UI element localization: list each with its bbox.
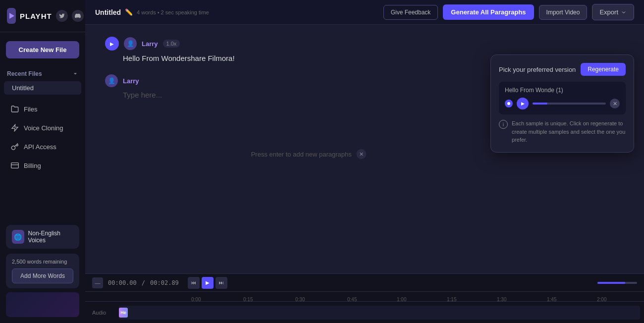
version-progress-1[interactable] [533, 103, 606, 105]
avatar-2: 👤 [105, 74, 118, 87]
ruler-0-30: 0:30 [295, 297, 305, 302]
editor-area: ▶ 👤 Larry 1.0x Hello From Wondershare Fi… [85, 25, 644, 273]
svg-marker-1 [12, 124, 18, 131]
logo-text: PLAYHT [20, 12, 52, 20]
sidebar-item-files[interactable]: Files [4, 100, 81, 118]
ruler-0-45: 0:45 [347, 297, 357, 302]
volume-fill [597, 282, 625, 284]
top-bar-left: Untitled ✏️ 4 words • 2 sec speaking tim… [95, 8, 209, 16]
give-feedback-button[interactable]: Give Feedback [383, 5, 438, 20]
file-meta: 4 words • 2 sec speaking time [137, 9, 209, 15]
mute-button[interactable]: — [92, 277, 103, 288]
timeline-time-separator: / [142, 279, 145, 286]
words-remaining-text: 2,500 words remaining [12, 259, 73, 265]
timeline-area: — 00:00.00 / 00:02.89 ⏮ ▶ ⏭ 0:00 0:15 0:… [85, 273, 644, 323]
press-enter-text: Press enter to add new paragraphs [251, 151, 352, 158]
track-audio-label: Audio [85, 310, 115, 316]
logo-icon [7, 8, 16, 24]
timeline-time-total: 00:02.89 [150, 279, 179, 286]
api-access-label: API Access [24, 143, 56, 151]
edit-icon[interactable]: ✏️ [125, 8, 133, 16]
volume-bar[interactable] [597, 282, 637, 284]
export-label: Export [599, 8, 618, 16]
skip-back-button[interactable]: ⏮ [188, 277, 200, 289]
ruler-1-30: 1:30 [497, 297, 506, 302]
recent-files-label: Recent Files [7, 70, 42, 77]
paragraph-meta-1: ▶ 👤 Larry 1.0x [105, 37, 624, 51]
recent-file-untitled[interactable]: Untitled [4, 81, 81, 95]
popup-header: Pick your preferred version Regenerate [499, 63, 626, 76]
discord-icon[interactable] [72, 10, 84, 22]
version-play-1-button[interactable]: ▶ [517, 98, 529, 109]
chevron-down-icon [621, 9, 627, 15]
non-english-icon: 🌐 [12, 230, 24, 244]
sidebar-item-api-access[interactable]: API Access [4, 138, 81, 156]
timeline-controls: — 00:00.00 / 00:02.89 ⏮ ▶ ⏭ [85, 274, 644, 292]
track-audio-content[interactable]: He [119, 306, 640, 320]
sidebar-thumbnail [6, 292, 79, 317]
files-label: Files [24, 106, 37, 113]
popup-info: i Each sample is unique. Click on regene… [499, 119, 626, 144]
ruler-1-45: 1:45 [547, 297, 556, 302]
words-remaining-box: 2,500 words remaining Add More Words [6, 254, 79, 288]
key-icon [11, 143, 19, 151]
magic-icon [11, 124, 19, 132]
press-enter-hint: Press enter to add new paragraphs ✕ [251, 149, 367, 159]
logo-area: PLAYHT [0, 0, 85, 32]
folder-icon [11, 105, 19, 113]
svg-rect-2 [11, 163, 19, 168]
timeline-tracks: Audio He [85, 302, 644, 323]
non-english-label: Non-English Voices [28, 230, 73, 244]
add-words-button[interactable]: Add More Words [12, 269, 73, 283]
ruler-1-15: 1:15 [447, 297, 456, 302]
file-title: Untitled [95, 8, 121, 16]
twitter-icon[interactable] [56, 10, 68, 22]
speed-badge-1[interactable]: 1.0x [163, 40, 180, 48]
version-radio-inner-1 [507, 102, 510, 105]
billing-label: Billing [24, 162, 41, 169]
sidebar: PLAYHT Create New File Recent Files Unti… [0, 0, 85, 323]
version-progress-fill-1 [533, 103, 547, 105]
regenerate-button[interactable]: Regenerate [581, 63, 626, 76]
timeline-time-current: 00:00.00 [108, 279, 137, 286]
version-controls-1: ▶ ✕ [505, 98, 620, 109]
version-close-1-button[interactable]: ✕ [610, 99, 620, 108]
popup-title: Pick your preferred version [499, 66, 576, 73]
ruler-0-15: 0:15 [243, 297, 253, 302]
sidebar-item-voice-cloning[interactable]: Voice Cloning [4, 119, 81, 137]
sidebar-divider [0, 32, 85, 32]
billing-icon [11, 162, 19, 169]
play-paragraph-1-button[interactable]: ▶ [105, 37, 119, 51]
top-bar-right: Give Feedback Generate All Paragraphs Im… [383, 4, 634, 20]
ruler-0-00: 0:00 [191, 297, 201, 302]
skip-forward-button[interactable]: ⏭ [215, 277, 227, 289]
ruler-2-00: 2:00 [597, 297, 606, 302]
version-title-1: Hello From Wonde (1) [505, 87, 620, 94]
sidebar-bottom: 🌐 Non-English Voices 2,500 words remaini… [0, 219, 85, 323]
play-button[interactable]: ▶ [202, 277, 214, 289]
timeline-ruler: 0:00 0:15 0:30 0:45 1:00 1:15 1:30 1:45 … [85, 292, 644, 302]
speaker-name-1[interactable]: Larry [142, 40, 158, 48]
export-button[interactable]: Export [592, 4, 634, 20]
timeline-volume [597, 282, 637, 284]
version-popup: Pick your preferred version Regenerate H… [490, 54, 634, 153]
dismiss-hint-button[interactable]: ✕ [357, 149, 367, 159]
generate-button[interactable]: Generate All Paragraphs [443, 4, 534, 20]
speaker-name-2[interactable]: Larry [123, 77, 139, 85]
sidebar-item-billing[interactable]: Billing [4, 157, 81, 174]
version-item-1: Hello From Wonde (1) ▶ ✕ [499, 82, 626, 114]
top-bar: Untitled ✏️ 4 words • 2 sec speaking tim… [85, 0, 644, 25]
create-new-button[interactable]: Create New File [6, 41, 79, 58]
popup-info-text: Each sample is unique. Click on regenera… [512, 119, 626, 144]
recent-files-header[interactable]: Recent Files [0, 67, 85, 80]
info-icon: i [499, 120, 508, 129]
svg-marker-0 [9, 13, 14, 19]
import-video-button[interactable]: Import Video [539, 5, 588, 20]
recent-files-section: Recent Files Untitled [0, 63, 85, 100]
voice-cloning-label: Voice Cloning [24, 124, 63, 132]
main-area: Untitled ✏️ 4 words • 2 sec speaking tim… [85, 0, 644, 323]
track-segment-audio: He [119, 308, 128, 318]
version-radio-1[interactable] [505, 100, 513, 108]
non-english-voices-item[interactable]: 🌐 Non-English Voices [6, 225, 79, 249]
avatar-1: 👤 [124, 37, 137, 50]
